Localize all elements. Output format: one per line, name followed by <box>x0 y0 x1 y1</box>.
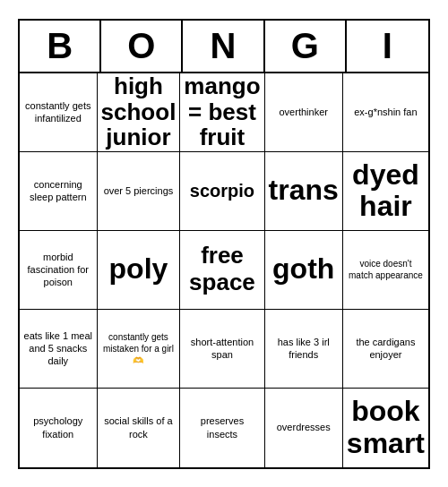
cell-text: preserves insects <box>184 414 260 440</box>
bingo-cell: mango = best fruit <box>180 73 264 152</box>
bingo-cell: high school junior <box>98 73 181 152</box>
header-letter: B <box>20 21 101 72</box>
bingo-grid: constantly gets infantilizedhigh school … <box>20 73 428 467</box>
bingo-cell: has like 3 irl friends <box>265 310 343 389</box>
bingo-cell: poly <box>98 231 181 310</box>
cell-text: short-attention span <box>184 336 260 362</box>
bingo-cell: book smart <box>343 389 428 467</box>
cell-text: free space <box>184 243 260 296</box>
cell-text: social skills of a rock <box>101 414 177 440</box>
cell-text: scorpio <box>190 179 254 202</box>
bingo-cell: social skills of a rock <box>98 389 181 467</box>
bingo-cell: constantly gets infantilized <box>20 73 98 152</box>
bingo-cell: preserves insects <box>180 389 264 467</box>
bingo-cell: voice doesn't match appearance <box>343 231 428 310</box>
bingo-cell: scorpio <box>180 152 264 231</box>
bingo-cell: short-attention span <box>180 310 264 389</box>
cell-text: constantly gets mistaken for a girl 🫶 <box>101 331 177 366</box>
cell-text: over 5 piercings <box>104 184 174 197</box>
bingo-cell: overthinker <box>265 73 343 152</box>
cell-text: the cardigans enjoyer <box>347 336 425 362</box>
bingo-cell: overdresses <box>265 389 343 467</box>
cell-text: trans <box>269 175 339 206</box>
bingo-cell: psychology fixation <box>20 389 98 467</box>
bingo-cell: free space <box>180 231 264 310</box>
cell-text: dyed hair <box>347 159 425 222</box>
cell-text: constantly gets infantilized <box>23 99 93 125</box>
cell-text: eats like 1 meal and 5 snacks daily <box>23 329 93 368</box>
header-letter: G <box>265 21 347 72</box>
cell-text: morbid fascination for poison <box>23 251 93 289</box>
cell-text: ex-g*nshin fan <box>354 106 417 118</box>
cell-text: high school junior <box>101 73 177 150</box>
cell-text: goth <box>272 253 334 285</box>
bingo-cell: trans <box>265 152 343 231</box>
bingo-cell: constantly gets mistaken for a girl 🫶 <box>98 310 181 389</box>
header-letter: O <box>101 21 183 72</box>
cell-text: poly <box>109 253 168 285</box>
cell-text: psychology fixation <box>23 414 93 440</box>
cell-text: overdresses <box>277 421 331 433</box>
cell-text: has like 3 irl friends <box>269 336 339 362</box>
cell-text: voice doesn't match appearance <box>347 258 425 281</box>
cell-text: mango = best fruit <box>184 73 260 150</box>
bingo-cell: ex-g*nshin fan <box>343 73 428 152</box>
bingo-cell: dyed hair <box>343 152 428 231</box>
cell-text: book smart <box>347 396 425 458</box>
bingo-header: BONGI <box>20 21 428 73</box>
bingo-cell: concerning sleep pattern <box>20 152 98 231</box>
bingo-cell: over 5 piercings <box>98 152 181 231</box>
cell-text: concerning sleep pattern <box>23 178 93 204</box>
bingo-cell: morbid fascination for poison <box>20 231 98 310</box>
cell-text: overthinker <box>280 106 328 118</box>
bingo-cell: eats like 1 meal and 5 snacks daily <box>20 310 98 389</box>
header-letter: I <box>347 21 428 72</box>
bingo-cell: the cardigans enjoyer <box>343 310 428 389</box>
header-letter: N <box>183 21 264 72</box>
bingo-card: BONGI constantly gets infantilizedhigh s… <box>18 19 430 469</box>
bingo-cell: goth <box>265 231 343 310</box>
